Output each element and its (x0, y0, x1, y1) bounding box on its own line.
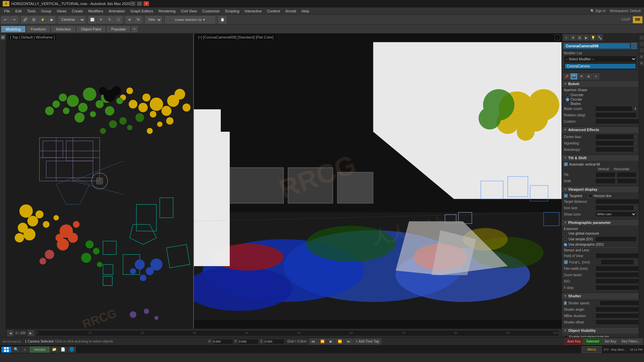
use-photo-radio[interactable] (564, 243, 567, 246)
film-width-input[interactable]: 36.0 (595, 266, 639, 271)
viewport-display-header[interactable]: ▼ Viewport display (562, 186, 639, 192)
vignetting-spinner[interactable]: ↕ (635, 141, 637, 145)
rotate-button[interactable]: ↻ (106, 16, 114, 23)
redo-button[interactable]: ↪ (10, 16, 18, 23)
tab-freeform[interactable]: Freeform (26, 26, 50, 32)
target-distance-input[interactable]: 1390.733 (595, 199, 639, 204)
close-button[interactable]: ✕ (144, 1, 149, 6)
taskbar-vinculos[interactable]: Vinculos (30, 347, 50, 353)
photographic-header[interactable]: ▼ Photographic parameter (562, 220, 639, 226)
tab-object-paint[interactable]: Object Paint (77, 26, 106, 32)
show-cone-select[interactable]: When cam (595, 212, 637, 217)
tilt-v-input[interactable]: 0.0 (595, 172, 615, 177)
use-simple-radio[interactable] (564, 237, 567, 241)
vp-icon-1[interactable]: + (555, 35, 560, 40)
left-sidebar-btn-1[interactable]: ⊞ (1, 35, 5, 40)
modifier-corona-camera[interactable]: CoronaCamera (565, 64, 636, 69)
shutter-offset-input[interactable]: 0.0 (595, 319, 639, 325)
panel-list-icon[interactable]: ≡ (593, 73, 599, 79)
move-button[interactable]: ✛ (97, 16, 105, 23)
use-simple-input[interactable]: 0.0 (595, 236, 637, 242)
bokeh-circular-radio[interactable] (566, 98, 569, 101)
panel-icon-motion[interactable]: ▶ (583, 35, 589, 41)
rb-button[interactable]: RB (633, 16, 643, 23)
menu-interactive[interactable]: Interactive (242, 8, 265, 14)
tab-selection[interactable]: Selection (51, 26, 75, 32)
set-key-button[interactable]: Set Key (602, 339, 619, 345)
panel-icon-modify[interactable]: ⚙ (570, 35, 576, 41)
timeline-track[interactable]: 0 10 20 30 40 50 60 70 80 90 100 (36, 330, 559, 336)
center-bias-spinner[interactable]: ↕ (635, 135, 637, 138)
menu-customize[interactable]: Customize (200, 8, 222, 14)
bokeh-blades-radio[interactable] (566, 102, 569, 106)
panel-camera-icon[interactable]: 📷 (571, 73, 577, 79)
anisotropy-spinner[interactable]: ↕ (635, 148, 637, 151)
enable-include-checkbox[interactable] (564, 335, 568, 337)
use-global-radio[interactable] (564, 232, 567, 235)
focal-input[interactable]: 24.32 (601, 259, 634, 265)
viewport-gizmo[interactable] (91, 173, 108, 189)
panel-icon-utilities[interactable]: 🔧 (597, 35, 603, 41)
custom-input[interactable]: No Map (595, 119, 639, 124)
right-btn-extra[interactable]: ⊞ (639, 60, 644, 66)
menu-arnold[interactable]: Arnold (283, 8, 299, 14)
snap-button[interactable]: ⊕ (125, 16, 133, 23)
playback-prev[interactable]: ⏪ (318, 339, 327, 345)
viewport-right[interactable]: [+] [CoronaCamera008] [Standard] [Flat C… (194, 34, 561, 328)
scale-button[interactable]: ⬡ (114, 16, 122, 23)
menu-edit[interactable]: Edit (13, 8, 24, 14)
auto-key-button[interactable]: Auto Key (565, 339, 583, 345)
vignetting-input[interactable]: 0.0 (595, 140, 634, 146)
add-time-tag[interactable]: + Add Time Tag (354, 339, 381, 345)
timeline-prev-frame[interactable]: ◀ (7, 330, 13, 336)
blade-count-spinner[interactable]: ⬆ (634, 107, 637, 111)
focal-checkbox[interactable] (564, 260, 568, 264)
camera-dropdown[interactable]: Cameras (58, 16, 85, 23)
layers-button[interactable]: 📋 (218, 16, 226, 23)
sign-in-button[interactable]: 🔍 Sign In (588, 9, 608, 13)
menu-views[interactable]: Views (54, 8, 69, 14)
auto-vertical-checkbox[interactable] (564, 162, 568, 166)
unify-button[interactable]: ◉ (47, 16, 55, 23)
coord-x-input[interactable] (213, 339, 233, 344)
menu-civil-view[interactable]: Civil View (178, 8, 199, 14)
viewport-left[interactable]: [ Top | Default | Wireframe ] (6, 34, 194, 328)
panel-icon-create[interactable]: + (563, 35, 569, 41)
timeline-next-frame[interactable]: ▶ (28, 330, 34, 336)
unlink-button[interactable]: ⛓ (30, 16, 38, 23)
menu-modifiers[interactable]: Modifiers (86, 8, 106, 14)
taskbar-app-1[interactable]: 📁 (50, 347, 58, 353)
shutter-speed-input[interactable]: 50.0 (600, 300, 639, 306)
playback-next[interactable]: ⏩ (335, 339, 344, 345)
panel-view-icon[interactable]: 👁 (578, 73, 585, 79)
viewport-right-icons[interactable]: + (555, 35, 560, 40)
center-bias-input[interactable]: 0.0 (595, 134, 634, 139)
right-btn-pan[interactable]: ↕ (639, 48, 644, 53)
taskbar-cortana[interactable]: ○ (21, 347, 29, 353)
shutter-header[interactable]: ▼ Shutter (562, 293, 639, 299)
shutter-angle-input[interactable]: 180.0 (595, 307, 639, 312)
panel-pin-icon[interactable]: 📌 (563, 73, 570, 79)
undo-button[interactable]: ↩ (1, 16, 9, 23)
taskbar-search[interactable]: 🔍 (12, 347, 20, 353)
icon-size-input[interactable]: 1.0 (595, 205, 634, 210)
playback-end[interactable]: ⏭ (345, 339, 353, 345)
right-btn-zoom-out[interactable]: − (639, 41, 644, 47)
minimize-button[interactable]: ─ (130, 1, 136, 6)
bokeh-header[interactable]: ▼ Bokeh (562, 81, 639, 87)
bind-button[interactable]: ⚡ (39, 16, 47, 23)
blade-count-input[interactable] (595, 106, 633, 111)
menu-tools[interactable]: Tools (24, 8, 39, 14)
select-button[interactable]: ⬜ (88, 16, 96, 23)
modifier-dropdown[interactable]: -- Select Modifier -- (564, 56, 637, 62)
view-dropdown[interactable]: View (145, 16, 162, 23)
tilt-shift-header[interactable]: ▼ Tilt & Shift (562, 155, 639, 161)
coord-y-input[interactable] (238, 339, 259, 344)
rotation-input[interactable]: 0.0 (595, 112, 637, 118)
menu-scripting[interactable]: Scripting (222, 8, 242, 14)
fov-input[interactable]: 125.239 (595, 253, 639, 258)
menu-help[interactable]: Help (299, 8, 312, 14)
shift-h-input[interactable]: 0.0 (617, 178, 637, 184)
maximize-button[interactable]: □ (137, 1, 142, 6)
start-button[interactable] (1, 347, 11, 353)
